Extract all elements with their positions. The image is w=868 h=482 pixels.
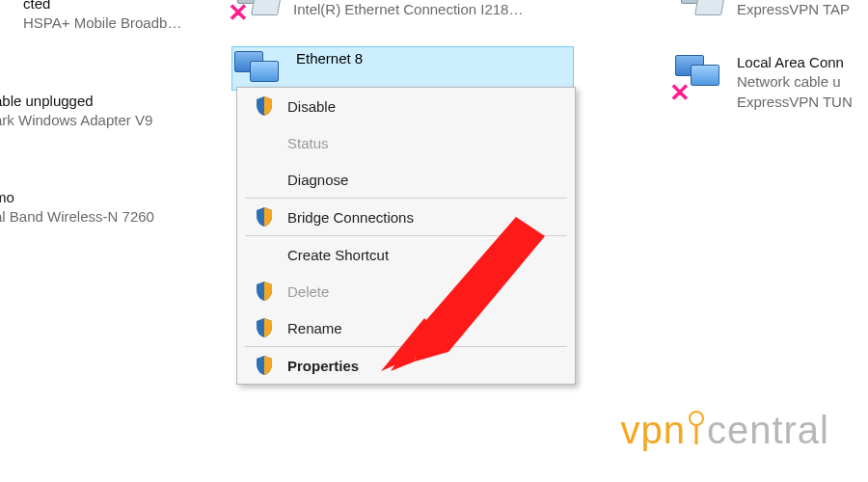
adapter-subtitle: Intel(R) Ethernet Connection I218… bbox=[293, 0, 523, 19]
menu-label: Create Shortcut bbox=[287, 247, 389, 263]
adapter-title: able unplugged bbox=[0, 92, 152, 111]
shield-icon bbox=[255, 95, 274, 117]
menu-label: Disable bbox=[287, 98, 336, 115]
shield-icon bbox=[255, 317, 274, 338]
menu-label: Delete bbox=[287, 283, 329, 300]
adapter-item-selected[interactable]: Ethernet 8 bbox=[231, 46, 574, 91]
network-screens-icon: ✕ bbox=[675, 53, 727, 92]
menu-item-shortcut[interactable]: Create Shortcut bbox=[237, 236, 575, 273]
adapter-subtitle: ExpressVPN TUN bbox=[737, 93, 853, 112]
menu-label: Diagnose bbox=[287, 172, 348, 188]
adapter-item[interactable]: cted HSPA+ Mobile Broadb… bbox=[0, 0, 181, 34]
adapter-item[interactable]: ✕ Local Area Conn Network cable u Expres… bbox=[675, 53, 853, 112]
pin-icon bbox=[688, 411, 705, 458]
svg-rect-4 bbox=[694, 425, 697, 444]
adapter-subtitle: Network cable u bbox=[737, 72, 853, 92]
adapter-title: Ethernet 8 bbox=[296, 49, 363, 68]
adapter-subtitle: HSPA+ Mobile Broadb… bbox=[23, 13, 181, 33]
adapter-subtitle: ark Windows Adapter V9 bbox=[0, 111, 152, 130]
logo-text-central: central bbox=[707, 409, 829, 451]
menu-item-diagnose[interactable]: Diagnose bbox=[237, 161, 575, 198]
network-screens-icon bbox=[234, 49, 286, 88]
nic-icon bbox=[0, 0, 14, 33]
shield-icon bbox=[255, 355, 274, 376]
menu-item-properties[interactable]: Properties bbox=[237, 347, 575, 384]
menu-item-bridge[interactable]: Bridge Connections bbox=[237, 199, 575, 235]
menu-item-rename[interactable]: Rename bbox=[237, 309, 575, 346]
menu-label: Rename bbox=[287, 320, 342, 336]
nic-icon: ✕ bbox=[231, 0, 284, 19]
adapter-title: Local Area Conn bbox=[737, 53, 853, 72]
shield-icon bbox=[255, 281, 274, 302]
shield-icon bbox=[255, 206, 274, 228]
menu-label: Status bbox=[287, 135, 329, 151]
adapter-subtitle: ExpressVPN TAP bbox=[737, 0, 850, 19]
context-menu: Disable Status Diagnose Bridge Connectio… bbox=[236, 87, 576, 385]
adapter-item[interactable]: ✕ Network cable unplugged Intel(R) Ether… bbox=[231, 0, 523, 20]
unplugged-icon: ✕ bbox=[669, 78, 691, 108]
adapter-item[interactable]: mo al Band Wireless-N 7260 bbox=[0, 188, 154, 228]
logo-text-vpn: vpn bbox=[620, 409, 686, 451]
menu-item-delete: Delete bbox=[237, 273, 575, 309]
nic-icon bbox=[675, 0, 727, 19]
adapter-item[interactable]: Disabled ExpressVPN TAP bbox=[675, 0, 850, 20]
adapter-title: cted bbox=[23, 0, 181, 13]
unplugged-icon: ✕ bbox=[228, 0, 249, 28]
watermark-logo: vpncentral bbox=[620, 409, 829, 458]
adapter-item[interactable]: able unplugged ark Windows Adapter V9 bbox=[0, 92, 152, 131]
adapter-title: mo bbox=[0, 188, 154, 207]
menu-label: Bridge Connections bbox=[287, 209, 414, 226]
adapter-subtitle: al Band Wireless-N 7260 bbox=[0, 207, 154, 227]
menu-item-status: Status bbox=[237, 124, 575, 161]
menu-item-disable[interactable]: Disable bbox=[237, 88, 575, 124]
menu-label: Properties bbox=[287, 358, 359, 374]
svg-point-3 bbox=[690, 412, 703, 425]
